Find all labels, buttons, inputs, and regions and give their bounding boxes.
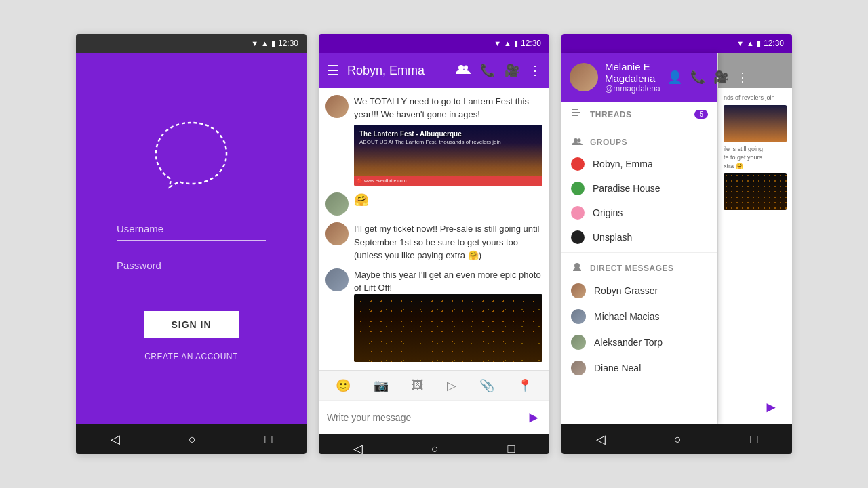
drawer-handle: @mmagdalena (605, 84, 660, 94)
message-content-2: 🤗 (354, 192, 542, 207)
back-button-1[interactable]: ◁ (100, 426, 131, 452)
drawer-user-avatar (570, 63, 598, 92)
sign-in-button[interactable]: SIGN IN (144, 311, 238, 338)
camera-input-icon[interactable]: 📷 (374, 378, 389, 393)
username-input[interactable] (117, 218, 266, 241)
avatar-2 (326, 192, 349, 216)
screens-container: ▼ ▲ ▮ 12:30 SIGN IN CREATE AN ACCOUNT ◁ … (0, 14, 868, 474)
status-time-2: 12:30 (521, 39, 541, 48)
message-row-3: I'll get my ticket now!! Pre-sale is sti… (326, 222, 542, 262)
password-input[interactable] (117, 254, 266, 277)
video-icon[interactable]: 🎥 (505, 63, 519, 78)
group-dot-pink (571, 206, 585, 220)
back-button-3[interactable]: ◁ (585, 426, 616, 452)
drawer-user-info: Melanie E Magdalena @mmagdalena (605, 61, 660, 94)
group-icon[interactable] (456, 64, 471, 78)
drawer-person-icon[interactable]: 👤 (667, 70, 682, 85)
message-text-2: 🤗 (354, 193, 369, 207)
group-paradise-house[interactable]: Paradise House (561, 176, 717, 201)
signal-icon: ▲ (261, 39, 269, 47)
group-robyn-emma[interactable]: Robyn, Emma (561, 152, 717, 176)
image-input-icon[interactable]: 🖼 (412, 378, 424, 392)
more-icon[interactable]: ⋮ (529, 63, 541, 78)
message-row-1: We TOTALLY need to go to Lantern Fest th… (326, 95, 542, 186)
hamburger-menu-icon[interactable]: ☰ (327, 62, 339, 79)
drawer-body: THREADS 5 GROUPS Robyn, Emma (561, 102, 717, 375)
attach-input-icon[interactable]: 📎 (479, 378, 494, 393)
svg-point-1 (464, 65, 468, 70)
status-bar-2: ▼ ▲ ▮ 12:30 (319, 34, 549, 53)
home-button-3[interactable]: ○ (663, 427, 692, 452)
svg-point-0 (458, 65, 464, 70)
chat-input-row: ► (319, 400, 549, 434)
chat-body: We TOTALLY need to go to Lantern Fest th… (319, 88, 549, 370)
dm-michael-macias[interactable]: Michael Macias (561, 304, 717, 329)
dm-avatar-2 (571, 309, 586, 324)
svg-point-7 (574, 263, 580, 268)
send-button[interactable]: ► (526, 409, 541, 426)
group-dot-red (571, 157, 585, 171)
bottom-nav-2: ◁ ○ □ (319, 434, 549, 454)
apps-button-1[interactable]: □ (254, 427, 283, 452)
dm-icon (571, 262, 583, 274)
eventbrite-url: 🔴 www.eventbrite.com (357, 178, 407, 184)
create-account-link[interactable]: CREATE AN ACCOUNT (144, 352, 238, 361)
svg-rect-4 (572, 115, 578, 116)
home-button-1[interactable]: ○ (178, 427, 207, 452)
message-input[interactable] (327, 412, 519, 423)
group-unsplash[interactable]: Unsplash (561, 225, 717, 249)
threads-badge: 5 (694, 110, 708, 119)
message-text-4: Maybe this year I'll get an even more ep… (354, 270, 541, 293)
threads-icon (571, 108, 583, 120)
signal-icon-2: ▲ (504, 39, 511, 47)
chat-input-icons: 🙂 📷 🖼 ▷ 📎 📍 (319, 370, 549, 400)
status-icons-2: ▼ ▲ ▮ 12:30 (494, 39, 541, 48)
home-button-2[interactable]: ○ (420, 436, 450, 455)
message-text-1: We TOTALLY need to go to Lantern Fest th… (354, 96, 529, 119)
drawer-video-icon[interactable]: 🎥 (713, 70, 728, 85)
drawer-phone-icon[interactable]: 📞 (690, 70, 705, 85)
svg-point-5 (574, 138, 578, 142)
message-row-2: 🤗 (326, 192, 542, 216)
lantern-fest-sub: ABOUT US At The Lantern Fest, thousands … (359, 139, 537, 145)
threads-label: THREADS (590, 110, 688, 119)
battery-icon: ▮ (271, 39, 275, 48)
emoji-input-icon[interactable]: 🙂 (336, 378, 351, 393)
divider-2 (561, 252, 717, 253)
message-row-4: Maybe this year I'll get an even more ep… (326, 268, 542, 362)
group-name-2: Paradise House (593, 183, 660, 194)
battery-icon-2: ▮ (514, 39, 518, 48)
bg-chat-content: nds of revelers join ile is still going … (718, 88, 792, 218)
divider-1 (561, 127, 717, 127)
group-name-3: Origins (593, 207, 623, 218)
phone-drawer: ▼ ▲ ▮ 12:30 nds of revelers join ile is … (561, 34, 792, 454)
apps-button-3[interactable]: □ (739, 427, 768, 452)
status-bar-3: ▼ ▲ ▮ 12:30 (561, 34, 792, 53)
phone-login: ▼ ▲ ▮ 12:30 SIGN IN CREATE AN ACCOUNT ◁ … (76, 34, 307, 454)
apps-button-2[interactable]: □ (496, 436, 526, 455)
avatar-1 (326, 95, 349, 118)
bg-dark-image (724, 173, 787, 210)
dm-diane-neal[interactable]: Diane Neal (561, 355, 717, 375)
dm-name-4: Diane Neal (594, 363, 641, 373)
login-inputs (117, 218, 266, 291)
video-input-icon[interactable]: ▷ (447, 378, 456, 393)
groups-label: GROUPS (590, 138, 708, 147)
drawer-more-icon[interactable]: ⋮ (736, 70, 749, 85)
bg-send-area: ► (719, 390, 787, 424)
groups-icon (571, 137, 583, 148)
lantern-fest-title: The Lantern Fest - Albuquerque (359, 130, 537, 138)
group-origins[interactable]: Origins (561, 201, 717, 225)
bottom-nav-3: ◁ ○ □ (561, 424, 792, 454)
dm-aleksander-torp[interactable]: Aleksander Torp (561, 329, 717, 355)
dm-label: DIRECT MESSAGES (590, 264, 708, 273)
svg-point-6 (578, 138, 581, 142)
bg-lantern-image (724, 105, 787, 142)
dm-section-header: DIRECT MESSAGES (561, 256, 717, 278)
back-button-2[interactable]: ◁ (342, 436, 374, 454)
phone-icon[interactable]: 📞 (480, 63, 495, 78)
drawer-header-icons: 👤 📞 🎥 ⋮ (667, 70, 749, 85)
dm-robyn-grasser[interactable]: Robyn Grasser (561, 278, 717, 304)
groups-section-header: GROUPS (561, 130, 717, 152)
location-input-icon[interactable]: 📍 (517, 378, 532, 393)
